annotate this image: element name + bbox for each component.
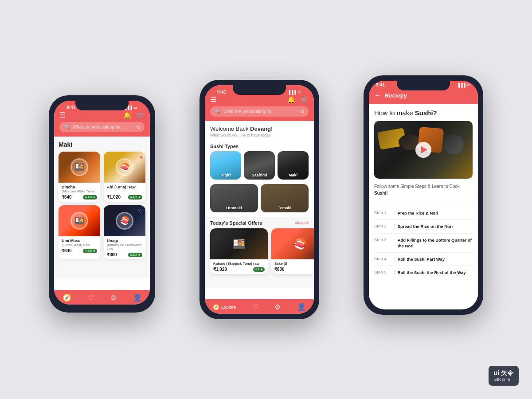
food-card-umi[interactable]: 🍱 ♥ Umi Masu (Ocean Trout) Raw ₹640 4.3/… (59, 205, 100, 259)
recipe-header-content: ← Reciepy (374, 91, 407, 99)
nav-profile-mid[interactable]: 👤 (297, 303, 306, 311)
recipe-desc-prefix: Follow some Simple Steps & Learn to Cook (374, 184, 460, 189)
welcome-section: Welcome Back Devang! What would you like… (205, 121, 314, 140)
step-colon-1: : (394, 210, 395, 215)
phone-left-screen: 9:41 ▐▐▐ ▭ ☰ 🔔 🛒 🔍 ⧉ (54, 101, 150, 305)
sushi-roll-4: 🍣 (116, 212, 133, 230)
nav-favorite-mid[interactable]: ♡ (252, 303, 258, 311)
search-input-left[interactable] (73, 125, 134, 129)
nav-explore-mid[interactable]: 🧭 Explore (213, 304, 236, 310)
view-all-button[interactable]: View All (295, 221, 309, 225)
step-label-1: Step 1 (374, 210, 391, 215)
food-img-bincho: 🍱 ♥ (59, 152, 100, 183)
nav-settings-mid[interactable]: ⚙ (274, 303, 281, 311)
play-button[interactable] (415, 142, 431, 158)
cart-icon[interactable]: 🛒 (136, 111, 145, 119)
nav-profile-left[interactable]: 👤 (133, 293, 142, 302)
sushi-types-grid-row2: Uramaki Temaki (205, 184, 314, 217)
sushi-type-nigiri[interactable]: Nigiri (210, 151, 241, 180)
step-label-3: Step 3 (374, 237, 391, 242)
recipe-description: Follow some Simple Steps & Learn to Cook… (374, 183, 473, 201)
uramaki-label: Uramaki (226, 206, 242, 210)
recipe-step-2[interactable]: Step 2 : Spread the Rice on the Nori (374, 220, 473, 233)
watermark-url: uil8.com (494, 377, 513, 382)
battery-icon: ▭ (133, 106, 137, 110)
food-img-umi: 🍱 ♥ (59, 205, 100, 236)
step-text-1: Prep the Rice & Nori (398, 210, 438, 216)
food-card-ahi[interactable]: 🍣 ♥ Ahi (Tuna) Raw ₹1,020 4.4/5 ★ (104, 152, 145, 202)
menu-icon-mid[interactable]: ☰ (210, 95, 216, 104)
menu-icon[interactable]: ☰ (59, 111, 66, 119)
back-button[interactable]: ← (374, 91, 381, 99)
sushi-type-uramaki[interactable]: Uramaki (210, 184, 258, 212)
maki-bg: Maki (278, 151, 309, 180)
favorite-icon-umi[interactable]: ♥ (94, 208, 98, 214)
favorite-icon-bincho[interactable]: ♥ (94, 154, 98, 160)
notification-icon-mid[interactable]: 🔔 (287, 96, 296, 104)
filter-icon-left[interactable]: ⧉ (137, 124, 140, 130)
sushi-type-sashimi[interactable]: Sashimi (244, 151, 275, 180)
food-card-bincho[interactable]: 🍱 ♥ Bincho (Albacore White Tuna) ₹640 4.… (59, 152, 100, 202)
favorite-icon-ahi[interactable]: ♥ (140, 154, 143, 160)
nav-favorite-left[interactable]: ♡ (88, 293, 94, 302)
phone-mid: 9:41 ▐▐▐ ▭ ☰ 🔔 🛒 🔍 ⧉ (200, 80, 319, 319)
sake-name: Sake (S (274, 262, 314, 266)
maki-label: Maki (289, 173, 297, 177)
food-sub-unagi: (Barbequed Freshwater Eel) (107, 243, 142, 251)
recipe-step-4[interactable]: Step 4 : Roll the Sushi Part Way (374, 253, 473, 266)
search-input-mid[interactable] (223, 109, 298, 114)
food-card-info-bincho: Bincho (Albacore White Tuna) ₹640 4.1/5 … (59, 183, 100, 202)
katsuo-price: ₹1,020 (213, 267, 227, 272)
nav-explore-left[interactable]: 🧭 (63, 293, 71, 302)
rating-badge-ahi: 4.4/5 ★ (128, 195, 142, 200)
food-price-unagi: ₹800 (107, 252, 117, 257)
welcome-username: Devang (250, 125, 271, 132)
search-icon-mid: 🔍 (215, 109, 221, 114)
sake-price-row: ₹800 4.2 ★ (274, 267, 314, 272)
recipe-step-1[interactable]: Step 1 : Prep the Rice & Nori (374, 207, 473, 220)
special-card-katsuo[interactable]: 🍱 Katsuo (Skipjack Tuna) raw ₹1,020 4.4 … (210, 228, 268, 274)
sake-img: 🍣 (271, 228, 314, 259)
step-text-5: Roll the Sushi the Rest of the Way (398, 270, 466, 275)
phone-right-screen: 9:41 ▐▐▐ ▭ ← Reciepy How to make Sushi? (369, 81, 478, 309)
recipe-content: How to make Sushi? Follow (369, 104, 478, 301)
mid-content: Welcome Back Devang! What would you like… (205, 121, 314, 288)
food-price-bincho: ₹640 (62, 195, 72, 200)
sushi-type-temaki[interactable]: Temaki (261, 184, 309, 212)
recipe-step-3[interactable]: Step 3 : Add Fillings to the Bottom Quar… (374, 234, 473, 253)
status-icons-mid: ▐▐▐ ▭ (288, 90, 301, 94)
explore-label-mid: Explore (221, 305, 236, 309)
nav-settings-left[interactable]: ⚙ (110, 293, 117, 302)
category-section: Maki 🍱 ♥ Bincho (54, 137, 150, 264)
food-price-row-umi: ₹640 4.3/5 ★ (62, 248, 97, 253)
sushi-type-maki[interactable]: Maki (278, 151, 309, 180)
welcome-exclaim: ! (271, 125, 273, 132)
food-card-unagi[interactable]: 🍣 ♡ Unagi (Barbequed Freshwater Eel) ₹80… (104, 205, 145, 259)
mid-search-bar[interactable]: 🔍 ⧉ (210, 106, 309, 117)
sushi-types-header: Sushi Types (205, 140, 314, 151)
recipe-main-title: How to make Sushi? (374, 109, 473, 117)
left-header-row: ☰ 🔔 🛒 (59, 111, 145, 119)
recipe-title-bold: Sushi? (415, 109, 437, 117)
welcome-title: Welcome Back Devang! (210, 125, 309, 132)
phone-right: 9:41 ▐▐▐ ▭ ← Reciepy How to make Sushi? (364, 75, 483, 315)
phone-left: 9:41 ▐▐▐ ▭ ☰ 🔔 🛒 🔍 ⧉ (49, 95, 155, 313)
sake-price: ₹800 (274, 267, 285, 272)
welcome-greeting: Welcome Back (210, 125, 250, 132)
scene: 9:41 ▐▐▐ ▭ ☰ 🔔 🛒 🔍 ⧉ (0, 0, 532, 399)
recipe-step-5[interactable]: Step 5 : Roll the Sushi the Rest of the … (374, 266, 473, 279)
search-icon-left: 🔍 (64, 124, 70, 130)
cart-icon-mid[interactable]: 🛒 (300, 96, 309, 104)
food-name-umi: Umi Masu (62, 239, 97, 243)
special-card-sake[interactable]: 🍣 Sake (S ₹800 4.2 ★ (271, 228, 314, 274)
favorite-icon-unagi[interactable]: ♡ (138, 208, 143, 214)
recipe-video-thumbnail[interactable] (374, 121, 473, 179)
step-label-4: Step 4 (374, 256, 391, 261)
signal-icon-mid: ▐▐▐ (288, 90, 296, 94)
filter-icon-mid[interactable]: ⧉ (301, 109, 304, 114)
left-search-bar[interactable]: 🔍 ⧉ (59, 122, 145, 132)
notification-icon[interactable]: 🔔 (123, 111, 132, 119)
uramaki-bg: Uramaki (210, 184, 258, 212)
status-time-right: 9:41 (376, 82, 385, 87)
left-content: Maki 🍱 ♥ Bincho (54, 137, 150, 278)
